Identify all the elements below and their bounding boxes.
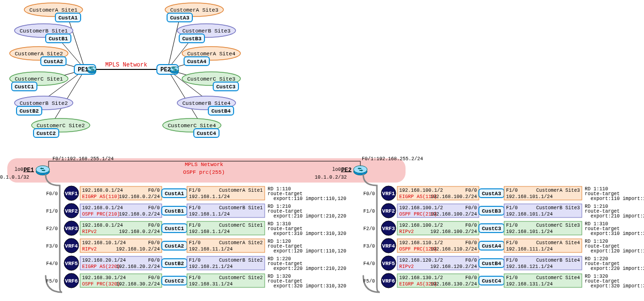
ce-badge: CustC2 bbox=[34, 129, 59, 137]
vrf-name: VRF2 bbox=[65, 208, 78, 214]
ce-badge: CustA2 bbox=[41, 57, 66, 66]
svg-text:F0/0: F0/0 bbox=[148, 205, 160, 211]
svg-text:192.168.1.1/24: 192.168.1.1/24 bbox=[189, 212, 230, 217]
site-name: CustomerA Site1 bbox=[219, 188, 263, 193]
site-name: CustomerB Site3 bbox=[536, 205, 580, 211]
vrf-name: VRF1 bbox=[65, 191, 78, 197]
svg-text:export:120 import:110,120: export:120 import:110,120 bbox=[591, 249, 644, 254]
svg-text:192.168.0.2/24: 192.168.0.2/24 bbox=[119, 229, 160, 234]
protocol: RIPv2 bbox=[82, 247, 97, 252]
svg-text:CustC4: CustC4 bbox=[197, 131, 216, 136]
svg-text:CustA4: CustA4 bbox=[482, 243, 501, 249]
svg-text:192.168.0.1/24: 192.168.0.1/24 bbox=[82, 188, 123, 193]
site-name: CustomerB Site1 bbox=[219, 205, 263, 211]
svg-text:F0/0: F0/0 bbox=[148, 275, 160, 281]
mpls-label: MPLS Network bbox=[105, 62, 147, 68]
pe-interface: F0/0 bbox=[46, 191, 58, 197]
svg-text:CustomerB Site3: CustomerB Site3 bbox=[182, 28, 230, 34]
svg-text:F1/0: F1/0 bbox=[189, 240, 201, 246]
ce-badge: CustA2 bbox=[162, 241, 187, 250]
pe-interface: F4/0 bbox=[363, 261, 375, 267]
svg-text:CustB1: CustB1 bbox=[49, 36, 68, 42]
site-name: CustomerC Site4 bbox=[536, 275, 580, 281]
ce-badge: CustA1 bbox=[162, 189, 187, 198]
svg-text:192.168.1.1/24: 192.168.1.1/24 bbox=[189, 194, 230, 200]
svg-text:192.168.30.1/24: 192.168.30.1/24 bbox=[82, 275, 126, 281]
svg-text:CustC4: CustC4 bbox=[482, 278, 501, 284]
ce-badge: CustC3 bbox=[213, 82, 238, 91]
svg-text:192.168.121.1/24: 192.168.121.1/24 bbox=[506, 264, 553, 269]
vrf-name: VRF3 bbox=[382, 226, 395, 232]
svg-text:export:210 import:210,220: export:210 import:210,220 bbox=[591, 214, 644, 219]
svg-line-1 bbox=[68, 17, 85, 69]
site-name: CustomerC Site2 bbox=[219, 275, 263, 281]
pe-interface: F1/0 bbox=[46, 209, 58, 214]
bottom-detail: MPLS NetworkOSPF prc(255)F0/1:192.168.25… bbox=[0, 156, 644, 292]
svg-text:CustC2: CustC2 bbox=[36, 131, 56, 136]
protocol: RIPv2 bbox=[399, 264, 414, 269]
mpls-label-bottom: MPLS Network bbox=[185, 162, 223, 167]
svg-text:CustC1: CustC1 bbox=[15, 84, 34, 90]
pe1-wan-if: F0/1:192.168.255.1/24 bbox=[52, 156, 114, 162]
svg-text:CustomerA Site1: CustomerA Site1 bbox=[29, 7, 77, 13]
svg-text:F0/0: F0/0 bbox=[465, 205, 477, 211]
svg-text:192.168.110.1/2: 192.168.110.1/2 bbox=[399, 240, 443, 246]
svg-text:192.168.101.1/24: 192.168.101.1/24 bbox=[506, 212, 553, 217]
svg-text:CustB4: CustB4 bbox=[482, 261, 501, 267]
svg-text:192.168.100.1/2: 192.168.100.1/2 bbox=[399, 223, 443, 228]
svg-text:F1/0: F1/0 bbox=[506, 258, 518, 263]
ce-badge: CustC4 bbox=[479, 276, 504, 285]
pe-interface: F4/0 bbox=[46, 261, 58, 267]
site-name: CustomerB Site2 bbox=[219, 258, 263, 263]
ce-badge: CustA3 bbox=[479, 189, 504, 198]
svg-text:CustB1: CustB1 bbox=[165, 208, 184, 214]
pe-interface: F0/0 bbox=[363, 191, 375, 197]
site-name: CustomerC Site1 bbox=[219, 223, 263, 228]
protocol: RIPv2 bbox=[82, 229, 97, 234]
svg-text:192.168.101.1/24: 192.168.101.1/24 bbox=[506, 229, 553, 234]
svg-text:CustC2: CustC2 bbox=[165, 278, 184, 284]
svg-text:192.168.100.1/2: 192.168.100.1/2 bbox=[399, 188, 443, 193]
svg-text:CustomerA Site3: CustomerA Site3 bbox=[170, 7, 218, 13]
svg-text:192.168.0.1/24: 192.168.0.1/24 bbox=[82, 223, 123, 228]
svg-text:CustA3: CustA3 bbox=[482, 191, 501, 197]
svg-point-54 bbox=[170, 67, 179, 71]
svg-text:192.168.120.1/2: 192.168.120.1/2 bbox=[399, 258, 443, 263]
svg-text:CustA1: CustA1 bbox=[165, 191, 184, 197]
svg-text:CustA2: CustA2 bbox=[165, 243, 184, 249]
svg-text:CustomerC Site3: CustomerC Site3 bbox=[187, 76, 235, 82]
svg-point-67 bbox=[36, 166, 50, 173]
svg-text:CustomerB Site2: CustomerB Site2 bbox=[19, 100, 68, 106]
vrf-name: VRF6 bbox=[382, 278, 395, 284]
vrf-name: VRF4 bbox=[382, 243, 395, 249]
svg-text:CustB3: CustB3 bbox=[182, 36, 202, 42]
svg-text:F0/0: F0/0 bbox=[465, 275, 477, 281]
svg-text:CustomerC Site4: CustomerC Site4 bbox=[168, 123, 216, 129]
svg-text:export:310 import:310,320: export:310 import:310,320 bbox=[273, 231, 346, 236]
svg-text:export:120 import:110,120: export:120 import:110,120 bbox=[273, 249, 346, 254]
ce-badge: CustA1 bbox=[55, 13, 81, 22]
svg-text:export:110 import:110,120: export:110 import:110,120 bbox=[591, 196, 644, 201]
svg-text:export:310 import:310,320: export:310 import:310,320 bbox=[591, 231, 644, 236]
svg-text:export:110 import:110,120: export:110 import:110,120 bbox=[273, 196, 346, 201]
svg-text:F1/0: F1/0 bbox=[189, 258, 201, 263]
svg-text:lo0: lo0 bbox=[332, 167, 341, 172]
svg-text:PE1: PE1 bbox=[23, 167, 34, 174]
ce-badge: CustB2 bbox=[162, 259, 187, 268]
svg-text:F1/0: F1/0 bbox=[189, 275, 201, 281]
svg-text:192.168.120.2/24: 192.168.120.2/24 bbox=[430, 264, 477, 269]
protocol: OSPF PRC(320) bbox=[82, 282, 120, 287]
pe-interface: F3/0 bbox=[46, 244, 58, 249]
svg-text:192.168.100.2/24: 192.168.100.2/24 bbox=[430, 229, 477, 234]
svg-text:192.168.110.2/24: 192.168.110.2/24 bbox=[430, 247, 477, 252]
site-name: CustomerB Site4 bbox=[536, 258, 580, 263]
svg-text:F1/0: F1/0 bbox=[506, 223, 518, 228]
svg-text:lo0: lo0 bbox=[15, 167, 23, 172]
svg-text:F1/0: F1/0 bbox=[506, 188, 518, 193]
svg-text:192.168.131.1/24: 192.168.131.1/24 bbox=[506, 282, 553, 287]
vrf-name: VRF6 bbox=[65, 278, 78, 284]
svg-text:192.168.130.2/24: 192.168.130.2/24 bbox=[430, 282, 477, 287]
svg-text:CustC1: CustC1 bbox=[165, 226, 184, 232]
svg-text:CustomerA Site4: CustomerA Site4 bbox=[187, 51, 235, 57]
svg-text:10.1.0.2/32: 10.1.0.2/32 bbox=[315, 175, 347, 180]
